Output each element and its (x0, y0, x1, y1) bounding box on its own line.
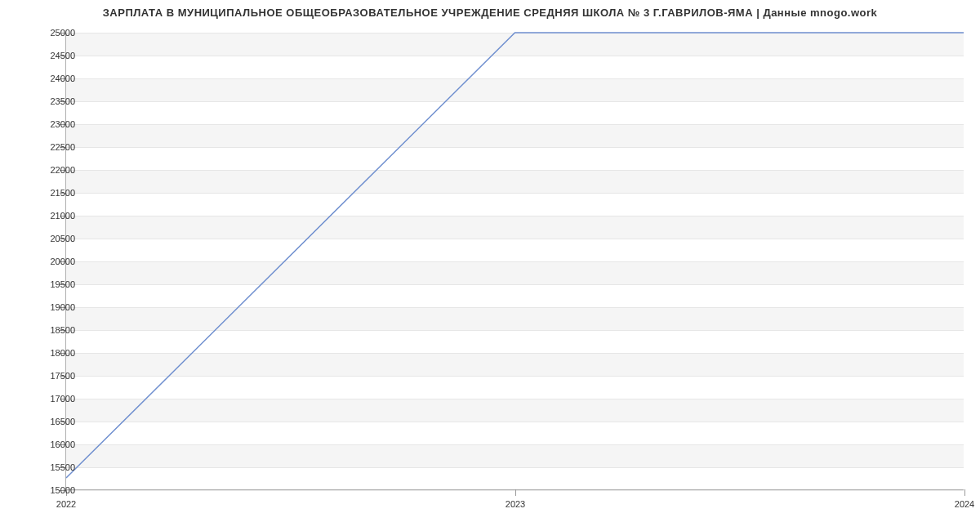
y-axis-label: 19500 (50, 279, 75, 289)
plot-area: 202220232024 (65, 33, 964, 490)
y-axis-label: 20500 (50, 234, 75, 243)
y-axis-label: 20000 (50, 257, 75, 266)
y-axis-label: 15000 (50, 485, 75, 495)
y-axis-label: 21500 (50, 188, 75, 198)
y-axis-label: 23500 (50, 96, 75, 106)
series-line (66, 33, 964, 478)
y-axis-label: 18000 (50, 348, 75, 358)
chart-container: ЗАРПЛАТА В МУНИЦИПАЛЬНОЕ ОБЩЕОБРАЗОВАТЕЛ… (0, 0, 980, 531)
y-axis-label: 24500 (50, 51, 75, 60)
y-axis-label: 18500 (50, 325, 75, 335)
x-axis-label: 2022 (56, 499, 76, 509)
y-axis-label: 23000 (50, 119, 75, 129)
tick-x (515, 489, 516, 496)
y-axis-label: 22500 (50, 142, 75, 152)
y-axis-label: 19000 (50, 302, 75, 312)
y-axis-label: 17000 (50, 394, 75, 404)
y-axis-label: 24000 (50, 74, 75, 83)
x-axis-label: 2023 (506, 499, 525, 509)
y-axis-label: 15500 (50, 462, 75, 472)
y-axis-label: 16500 (50, 417, 75, 426)
x-axis-label: 2024 (955, 499, 974, 509)
chart-title: ЗАРПЛАТА В МУНИЦИПАЛЬНОЕ ОБЩЕОБРАЗОВАТЕЛ… (0, 7, 980, 19)
y-axis-label: 22000 (50, 165, 75, 175)
y-axis-label: 21000 (50, 211, 75, 221)
tick-x (964, 489, 965, 496)
y-axis-label: 25000 (50, 28, 75, 38)
y-axis-label: 17500 (50, 371, 75, 381)
y-axis-label: 16000 (50, 440, 75, 449)
line-layer (66, 33, 964, 489)
